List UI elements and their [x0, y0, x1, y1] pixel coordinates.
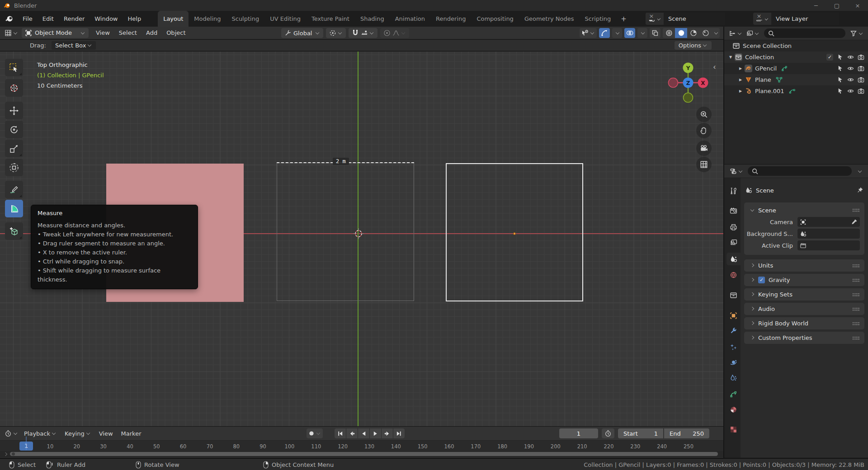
- disclosure-triangle-icon[interactable]: ▼: [728, 55, 733, 59]
- proportional-editing-widget[interactable]: [380, 28, 409, 38]
- render-camera-icon[interactable]: [858, 65, 864, 72]
- toggle-ortho-button[interactable]: [696, 157, 712, 172]
- tab-world[interactable]: [726, 268, 741, 281]
- selectable-icon[interactable]: [837, 54, 844, 61]
- workspace-tab[interactable]: Texture Paint: [306, 11, 355, 27]
- preview-range-button[interactable]: [602, 428, 614, 438]
- tab-particles[interactable]: [726, 371, 741, 384]
- workspace-tab[interactable]: Compositing: [471, 11, 519, 27]
- overlays-dropdown[interactable]: [637, 28, 647, 38]
- hide-eye-icon[interactable]: [847, 76, 854, 83]
- menu-item[interactable]: Help: [123, 14, 146, 24]
- tab-object[interactable]: [726, 309, 741, 322]
- background-scene-field[interactable]: [797, 229, 860, 239]
- tool-cursor[interactable]: [5, 79, 23, 97]
- workspace-tab[interactable]: Rendering: [430, 11, 471, 27]
- tool-add-primitive[interactable]: [5, 222, 23, 240]
- tool-move[interactable]: [5, 102, 23, 119]
- scene-name[interactable]: Scene: [664, 13, 725, 25]
- pan-view-button[interactable]: [696, 123, 712, 138]
- outliner-search-input[interactable]: [764, 28, 845, 38]
- start-frame-field[interactable]: Start 1: [618, 428, 663, 438]
- add-workspace-button[interactable]: +: [616, 15, 631, 23]
- disclosure-triangle-icon[interactable]: ▶: [738, 78, 743, 82]
- tool-select-box[interactable]: [5, 59, 23, 76]
- tab-tool[interactable]: [726, 184, 741, 197]
- tab-texture[interactable]: [726, 423, 741, 436]
- render-camera-icon[interactable]: [858, 54, 864, 61]
- gizmo-axis-x-neg[interactable]: [669, 78, 678, 88]
- menu-item[interactable]: Edit: [38, 14, 59, 24]
- outliner-editor-type-button[interactable]: [727, 30, 744, 37]
- shading-dropdown[interactable]: [712, 28, 720, 38]
- gizmos-toggle[interactable]: [599, 28, 610, 38]
- disclosure-triangle-icon[interactable]: ▶: [738, 89, 743, 93]
- workspace-tab[interactable]: Modeling: [189, 11, 226, 27]
- timeline-menu-marker[interactable]: Marker: [117, 429, 146, 438]
- eyedropper-icon[interactable]: [851, 219, 858, 226]
- play-reverse-button[interactable]: [358, 428, 369, 438]
- drag-mode-dropdown[interactable]: Select Box: [52, 41, 96, 50]
- section-gravity[interactable]: ✓ Gravity: [744, 274, 864, 286]
- workspace-tab[interactable]: Geometry Nodes: [519, 11, 580, 27]
- viewport-3d[interactable]: 2 m Top Orthographic (1) Collection | GP…: [0, 52, 723, 426]
- tab-effects[interactable]: [726, 340, 741, 353]
- render-camera-icon[interactable]: [858, 76, 864, 83]
- tab-physics[interactable]: [726, 356, 741, 368]
- outliner-row-plane-001[interactable]: ▶ Plane.001: [724, 85, 868, 97]
- scene-unlink-button[interactable]: ×: [646, 13, 657, 19]
- jump-to-end-button[interactable]: [393, 428, 405, 438]
- timeline-editor-type-button[interactable]: [3, 430, 20, 437]
- workspace-tab[interactable]: Animation: [390, 11, 430, 27]
- next-keyframe-button[interactable]: [382, 428, 393, 438]
- options-button[interactable]: Options: [675, 41, 712, 50]
- menu-item[interactable]: Render: [59, 14, 90, 24]
- camera-view-button[interactable]: [696, 141, 712, 156]
- sidebar-collapse-arrow[interactable]: ‹: [713, 62, 716, 71]
- shading-wireframe-button[interactable]: [663, 28, 675, 38]
- selectable-icon[interactable]: [837, 65, 844, 72]
- workspace-tab[interactable]: Scripting: [580, 11, 617, 27]
- zoom-view-button[interactable]: [696, 107, 712, 122]
- tool-scale[interactable]: [5, 140, 23, 157]
- camera-field[interactable]: [797, 217, 860, 227]
- workspace-tab[interactable]: Sculpting: [226, 11, 264, 27]
- jump-to-start-button[interactable]: [335, 428, 346, 438]
- auto-keying-button[interactable]: [307, 428, 323, 438]
- scene-panel-header[interactable]: Scene: [744, 204, 864, 216]
- outliner-filter-button[interactable]: [848, 30, 865, 37]
- timeline-scrollbar[interactable]: [0, 451, 723, 457]
- workspace-tab[interactable]: Layout: [158, 11, 189, 27]
- viewport-menu-item[interactable]: Select: [114, 28, 142, 38]
- view-layer-name[interactable]: View Layer: [771, 13, 839, 25]
- pivot-point-dropdown[interactable]: [326, 28, 346, 38]
- section-units[interactable]: Units: [744, 259, 864, 272]
- section-custom-properties[interactable]: Custom Properties: [744, 332, 864, 344]
- prev-keyframe-button[interactable]: [346, 428, 358, 438]
- play-button[interactable]: [370, 428, 381, 438]
- collection-checkbox[interactable]: ✓: [826, 54, 833, 61]
- transform-orientation-dropdown[interactable]: Global: [281, 28, 323, 38]
- tab-output[interactable]: [726, 221, 741, 233]
- maximize-button[interactable]: ▢: [826, 0, 847, 11]
- disclosure-triangle-icon[interactable]: ▶: [738, 66, 743, 70]
- properties-search-input[interactable]: [748, 166, 852, 176]
- outliner-row-plane[interactable]: ▶ Plane: [724, 74, 868, 85]
- section-audio[interactable]: Audio: [744, 303, 864, 315]
- hide-eye-icon[interactable]: [847, 54, 854, 61]
- section-keying-sets[interactable]: Keying Sets: [744, 288, 864, 301]
- pin-icon[interactable]: [856, 187, 863, 194]
- plane-object-wire[interactable]: [277, 163, 414, 301]
- outliner-row-collection[interactable]: ▼ Collection ✓: [724, 52, 868, 63]
- viewport-menu-item[interactable]: Add: [142, 28, 162, 38]
- hide-eye-icon[interactable]: [847, 88, 854, 94]
- viewport-menu-item[interactable]: Object: [162, 28, 190, 38]
- gizmos-dropdown[interactable]: [612, 28, 622, 38]
- editor-type-button[interactable]: [3, 29, 20, 37]
- gravity-checkbox[interactable]: ✓: [758, 277, 765, 283]
- section-rigid-body-world[interactable]: Rigid Body World: [744, 317, 864, 329]
- tab-modifiers[interactable]: [726, 324, 741, 337]
- tool-transform[interactable]: [5, 159, 23, 176]
- mode-selector[interactable]: Object Mode: [22, 28, 89, 38]
- close-button[interactable]: ×: [847, 0, 868, 11]
